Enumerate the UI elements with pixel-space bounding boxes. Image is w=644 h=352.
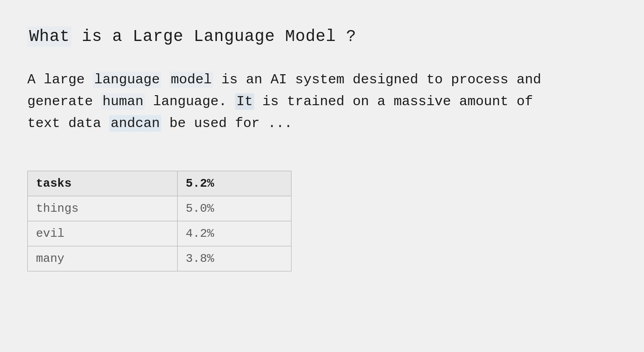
table-cell-col1: many <box>28 246 178 271</box>
title-rest: is a Large Language Model ? <box>72 27 356 46</box>
desc-text-3: generate <box>27 94 101 109</box>
desc-highlight-model: model <box>169 71 213 88</box>
desc-text-7: be used for ... <box>161 116 292 131</box>
desc-highlight-language: language <box>93 71 161 88</box>
data-table: tasks 5.2% things5.0%evil4.2%many3.8% <box>27 171 291 271</box>
table-header-col2: 5.2% <box>177 171 291 196</box>
desc-text-1: A large <box>27 72 93 87</box>
table-header-col1: tasks <box>28 171 178 196</box>
table-cell-col1: evil <box>28 221 178 246</box>
description-text: A large language model is an AI system d… <box>27 69 551 134</box>
desc-text-6: text data <box>27 116 109 131</box>
desc-highlight-andcan: andcan <box>109 115 161 132</box>
desc-highlight-it: It <box>235 93 254 110</box>
table-row: things5.0% <box>28 196 291 221</box>
page-title: What is a Large Language Model ? <box>27 27 617 46</box>
table-cell-col2: 5.0% <box>177 196 291 221</box>
desc-text-5: is trained on a massive amount of <box>254 94 533 109</box>
table-row: many3.8% <box>28 246 291 271</box>
desc-text-2: is an AI system designed to process and <box>213 72 541 87</box>
table-cell-col1: things <box>28 196 178 221</box>
title-word-what: What <box>27 26 72 47</box>
desc-highlight-human: human <box>101 93 145 110</box>
desc-text-4: language. <box>145 94 235 109</box>
table-cell-col2: 3.8% <box>177 246 291 271</box>
desc-space-1 <box>161 72 169 87</box>
table-header-row: tasks 5.2% <box>28 171 291 196</box>
table-cell-col2: 4.2% <box>177 221 291 246</box>
table-row: evil4.2% <box>28 221 291 246</box>
